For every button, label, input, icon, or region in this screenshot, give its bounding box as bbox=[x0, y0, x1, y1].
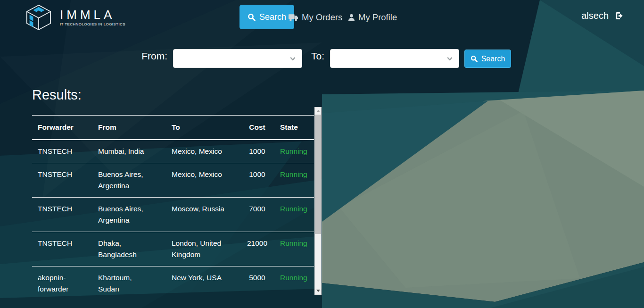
cell-cost: 1000 bbox=[240, 140, 274, 163]
results-heading: Results: bbox=[32, 87, 82, 103]
col-header-from: From bbox=[92, 116, 166, 140]
triangle-up-icon bbox=[316, 110, 320, 112]
to-label: To: bbox=[305, 50, 324, 62]
nav-tab-my-orders[interactable]: My Orders bbox=[289, 11, 342, 24]
cell-from: Buenos Aires, Argentina bbox=[92, 163, 166, 198]
table-row[interactable]: TNSTECH Buenos Aires, Argentina Mexico, … bbox=[32, 163, 314, 198]
col-header-state: State bbox=[274, 116, 314, 140]
user-icon bbox=[348, 14, 355, 21]
table-row[interactable]: TNSTECH Dhaka, Bangladesh London, United… bbox=[32, 232, 314, 266]
scrollbar-up-button[interactable] bbox=[315, 108, 321, 115]
logo-text-block: IMMLA IT TECHNOLOGIES IN LOGISTICS bbox=[60, 8, 125, 26]
search-icon bbox=[471, 55, 478, 62]
cube-logo-icon bbox=[25, 4, 53, 31]
nav-search-label: Search bbox=[259, 12, 286, 22]
cell-from: Khartoum, Sudan bbox=[92, 266, 166, 295]
search-submit-button[interactable]: Search bbox=[464, 50, 511, 68]
scrollbar-thumb[interactable] bbox=[315, 115, 321, 234]
from-select[interactable] bbox=[173, 49, 302, 68]
immla-logo[interactable]: IMMLA IT TECHNOLOGIES IN LOGISTICS bbox=[25, 4, 125, 31]
table-header-row: Forwarder From To Cost State bbox=[32, 116, 314, 140]
cell-to: Mexico, Mexico bbox=[166, 140, 240, 163]
cell-from: Buenos Aires, Argentina bbox=[92, 198, 166, 232]
cell-cost: 5000 bbox=[240, 266, 274, 295]
results-table-container: Forwarder From To Cost State TNSTECH Mum… bbox=[32, 107, 322, 295]
username[interactable]: alsech bbox=[581, 10, 609, 21]
cell-forwarder: TNSTECH bbox=[32, 140, 92, 163]
table-row[interactable]: akopnin-forwarder Khartoum, Sudan New Yo… bbox=[32, 266, 314, 295]
user-box: alsech bbox=[581, 10, 624, 21]
status-badge: Running bbox=[274, 232, 314, 266]
cell-from: Dhaka, Bangladesh bbox=[92, 232, 166, 266]
table-row[interactable]: TNSTECH Mumbai, India Mexico, Mexico 100… bbox=[32, 140, 314, 163]
cell-to: London, United Kingdom bbox=[166, 232, 240, 266]
to-select[interactable] bbox=[330, 49, 459, 68]
search-submit-label: Search bbox=[481, 55, 505, 63]
nav-my-orders-label: My Orders bbox=[302, 12, 342, 23]
col-header-cost: Cost bbox=[240, 116, 274, 140]
from-label: From: bbox=[132, 50, 167, 62]
cell-to: Moscow, Russia bbox=[166, 198, 240, 232]
chevron-down-icon bbox=[447, 56, 453, 61]
cell-cost: 21000 bbox=[240, 232, 274, 266]
nav-my-profile-label: My Profile bbox=[358, 12, 397, 23]
nav-tab-my-profile[interactable]: My Profile bbox=[348, 11, 397, 24]
table-row[interactable]: TNSTECH Buenos Aires, Argentina Moscow, … bbox=[32, 198, 314, 232]
nav-tab-search[interactable]: Search bbox=[239, 5, 294, 29]
brand-name: IMMLA bbox=[60, 8, 125, 21]
truck-icon bbox=[289, 14, 298, 21]
sign-out-icon[interactable] bbox=[615, 12, 624, 20]
chevron-down-icon bbox=[290, 56, 296, 61]
cell-to: Mexico, Mexico bbox=[166, 163, 240, 198]
status-badge: Running bbox=[274, 140, 314, 163]
cell-from: Mumbai, India bbox=[92, 140, 166, 163]
status-badge: Running bbox=[274, 198, 314, 232]
cell-forwarder: TNSTECH bbox=[32, 163, 92, 198]
cell-forwarder: akopnin-forwarder bbox=[32, 266, 92, 295]
cell-cost: 7000 bbox=[240, 198, 274, 232]
search-icon bbox=[248, 13, 256, 21]
scrollbar-down-button[interactable] bbox=[315, 287, 321, 294]
cell-forwarder: TNSTECH bbox=[32, 198, 92, 232]
cell-cost: 1000 bbox=[240, 163, 274, 198]
status-badge: Running bbox=[274, 163, 314, 198]
results-table: Forwarder From To Cost State TNSTECH Mum… bbox=[32, 115, 314, 295]
status-badge: Running bbox=[274, 266, 314, 295]
col-header-forwarder: Forwarder bbox=[32, 116, 92, 140]
triangle-down-icon bbox=[316, 290, 320, 292]
col-header-to: To bbox=[166, 116, 240, 140]
cell-to: New York, USA bbox=[166, 266, 240, 295]
brand-tagline: IT TECHNOLOGIES IN LOGISTICS bbox=[60, 22, 125, 26]
results-scrollbar[interactable] bbox=[314, 107, 322, 295]
cell-forwarder: TNSTECH bbox=[32, 232, 92, 266]
